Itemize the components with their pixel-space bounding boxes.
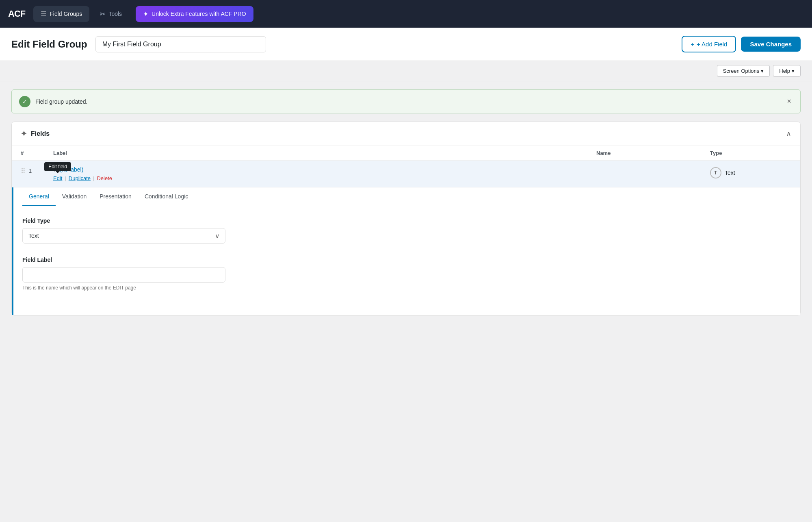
edit-field-tooltip: Edit field: [44, 162, 71, 171]
field-edit-link[interactable]: Edit: [53, 175, 62, 181]
tab-validation[interactable]: Validation: [56, 187, 93, 206]
main-content: ✓ Field group updated. × ✦ Fields ∧ # La…: [0, 81, 812, 324]
notice-close-button[interactable]: ×: [785, 96, 793, 107]
page-header: Edit Field Group + + Add Field Save Chan…: [0, 28, 812, 61]
field-row-label-col: ∧ (no label) Edit field Edit | Duplicate…: [53, 166, 596, 181]
col-type: Type: [710, 150, 791, 156]
nav-tools-button[interactable]: ✂ Tools: [93, 6, 129, 22]
drag-handle-icon[interactable]: ⠿: [21, 167, 26, 175]
field-label-group: Field Label This is the name which will …: [22, 257, 791, 291]
field-actions: Edit field Edit | Duplicate | Delete: [53, 175, 596, 181]
tab-conditional-logic[interactable]: Conditional Logic: [138, 187, 195, 206]
field-groups-icon: ☰: [41, 10, 46, 18]
col-hash: #: [21, 150, 53, 156]
field-group-name-input[interactable]: [95, 36, 266, 52]
field-duplicate-link[interactable]: Duplicate: [69, 175, 91, 181]
fields-icon: ✦: [21, 129, 27, 138]
field-type-select-wrapper: Text Textarea Number Email URL Image Fil…: [22, 228, 225, 244]
nav-pro-button[interactable]: ✦ Unlock Extra Features with ACF PRO: [136, 6, 253, 22]
success-notice: ✓ Field group updated. ×: [11, 89, 801, 113]
field-label-input[interactable]: [22, 267, 225, 283]
pro-star-icon: ✦: [143, 10, 148, 18]
tab-general[interactable]: General: [22, 187, 56, 206]
field-type-label: Field Type: [22, 218, 791, 224]
fields-panel: ✦ Fields ∧ # Label Name Type ⠿ 1 ∧ (no l…: [11, 122, 801, 315]
field-label-hint: This is the name which will appear on th…: [22, 285, 791, 291]
notice-left: ✓ Field group updated.: [19, 96, 87, 107]
nav-field-groups-button[interactable]: ☰ Field Groups: [33, 6, 89, 22]
notice-text: Field group updated.: [35, 98, 87, 105]
field-type-group: Field Type Text Textarea Number Email UR…: [22, 218, 791, 244]
field-label-row: ∧ (no label): [53, 166, 596, 173]
sub-header: Screen Options ▾ Help ▾: [0, 61, 812, 81]
table-row: ⠿ 1 ∧ (no label) Edit field Edit | Dupli…: [12, 161, 800, 187]
header-actions: + + Add Field Save Changes: [682, 36, 801, 52]
col-label: Label: [53, 150, 596, 156]
help-button[interactable]: Help ▾: [773, 65, 801, 77]
edit-tooltip-wrapper: Edit field Edit: [53, 175, 62, 181]
field-delete-link[interactable]: Delete: [97, 175, 112, 181]
page-title: Edit Field Group: [11, 39, 87, 50]
help-chevron-icon: ▾: [792, 68, 795, 74]
fields-panel-header: ✦ Fields ∧: [12, 122, 800, 146]
field-tabs: General Validation Presentation Conditio…: [13, 187, 800, 206]
add-field-button[interactable]: + + Add Field: [682, 36, 736, 52]
plus-icon: +: [691, 41, 694, 48]
field-type-select[interactable]: Text Textarea Number Email URL Image Fil…: [22, 228, 225, 244]
field-form: Field Type Text Textarea Number Email UR…: [13, 206, 800, 315]
type-icon: T: [710, 167, 721, 178]
acf-logo: ACF: [8, 9, 25, 19]
field-row-type: T Text: [710, 166, 791, 178]
col-name: Name: [596, 150, 710, 156]
field-label-label: Field Label: [22, 257, 791, 263]
type-label: Text: [725, 170, 735, 176]
field-edit-area: General Validation Presentation Conditio…: [12, 187, 800, 315]
field-row-name: [596, 166, 710, 167]
tab-presentation[interactable]: Presentation: [93, 187, 138, 206]
screen-options-button[interactable]: Screen Options ▾: [717, 65, 770, 77]
fields-panel-title: ✦ Fields: [21, 129, 50, 138]
save-changes-button[interactable]: Save Changes: [741, 37, 801, 52]
top-nav: ACF ☰ Field Groups ✂ Tools ✦ Unlock Extr…: [0, 0, 812, 28]
tools-icon: ✂: [100, 10, 105, 18]
fields-collapse-button[interactable]: ∧: [786, 129, 791, 138]
screen-options-chevron-icon: ▾: [761, 68, 764, 74]
notice-check-icon: ✓: [19, 96, 30, 107]
fields-table-header: # Label Name Type: [12, 146, 800, 161]
